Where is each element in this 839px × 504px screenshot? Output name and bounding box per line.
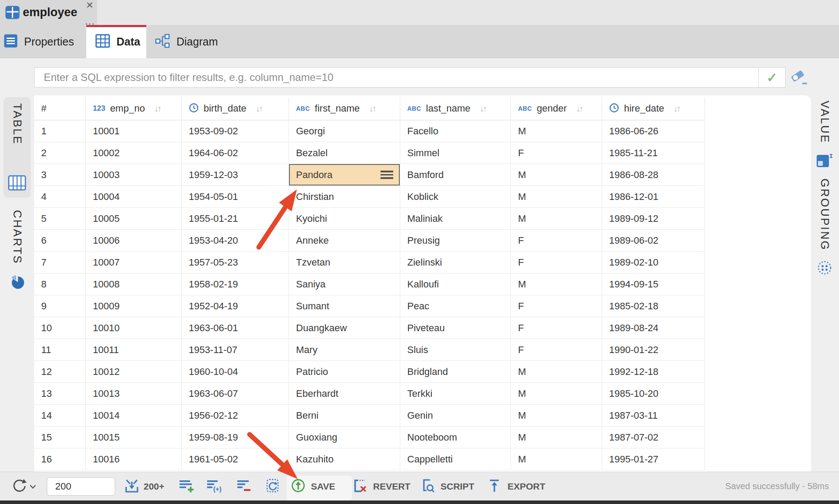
cell-first_name[interactable]: Sumant bbox=[289, 295, 400, 317]
row-number-cell[interactable]: 14 bbox=[34, 405, 86, 427]
row-number-cell[interactable]: 4 bbox=[34, 186, 86, 208]
clear-filter-button[interactable] bbox=[788, 68, 810, 88]
cell-first_name[interactable]: Kyoichi bbox=[289, 208, 400, 230]
cell-gender[interactable]: F bbox=[511, 295, 602, 317]
cell-birth_date[interactable]: 1956-02-12 bbox=[182, 405, 289, 427]
refresh-document-button[interactable] bbox=[263, 472, 284, 500]
apply-filter-button[interactable]: ✓ bbox=[758, 67, 786, 88]
cell-hire_date[interactable]: 1994-09-15 bbox=[602, 273, 705, 295]
column-header-birth_date[interactable]: birth_date↓↑ bbox=[182, 97, 289, 120]
cell-last_name[interactable]: Preusig bbox=[400, 230, 511, 252]
cell-gender[interactable]: F bbox=[511, 252, 602, 273]
cell-birth_date[interactable]: 1958-02-19 bbox=[182, 273, 289, 295]
panel-tab-value[interactable]: VALUE bbox=[813, 101, 836, 170]
presentation-tab-charts[interactable]: CHARTS bbox=[4, 210, 31, 292]
cell-hire_date[interactable]: 1985-10-20 bbox=[602, 383, 705, 405]
cell-birth_date[interactable]: 1953-04-20 bbox=[182, 230, 289, 252]
cell-hire_date[interactable]: 1992-12-18 bbox=[602, 361, 705, 383]
cell-gender[interactable]: M bbox=[511, 361, 602, 383]
row-number-cell[interactable]: 2 bbox=[34, 142, 86, 164]
cell-gender[interactable]: M bbox=[511, 448, 602, 470]
cell-hire_date[interactable]: 1995-01-27 bbox=[602, 448, 705, 470]
cell-last_name[interactable]: Koblick bbox=[400, 186, 511, 208]
cell-first_name[interactable]: Georgi bbox=[289, 120, 400, 142]
cell-gender[interactable]: F bbox=[511, 339, 602, 361]
cell-emp_no[interactable]: 10003 bbox=[86, 164, 182, 186]
column-header-row-number[interactable]: # bbox=[34, 97, 86, 120]
row-number-cell[interactable]: 11 bbox=[34, 339, 86, 361]
row-number-cell[interactable]: 1 bbox=[34, 120, 86, 142]
cell-first_name[interactable]: Berni bbox=[289, 405, 400, 427]
row-number-cell[interactable]: 8 bbox=[34, 273, 86, 295]
cell-emp_no[interactable]: 10016 bbox=[86, 448, 182, 470]
cell-hire_date[interactable]: 1987-07-02 bbox=[602, 427, 705, 448]
cell-first_name[interactable]: Saniya bbox=[289, 273, 400, 295]
cell-hire_date[interactable]: 1989-09-12 bbox=[602, 208, 705, 230]
cell-first_name[interactable]: Bezalel bbox=[289, 142, 400, 164]
cell-birth_date[interactable]: 1964-06-02 bbox=[182, 142, 289, 164]
tab-data[interactable]: Data bbox=[86, 25, 146, 58]
column-header-last_name[interactable]: ABClast_name↓↑ bbox=[400, 97, 511, 120]
row-number-cell[interactable]: 10 bbox=[34, 317, 86, 339]
cell-first_name[interactable]: Patricio bbox=[289, 361, 400, 383]
cell-last_name[interactable]: Genin bbox=[400, 405, 511, 427]
column-header-gender[interactable]: ABCgender↓↑ bbox=[511, 97, 602, 120]
cell-hire_date[interactable]: 1985-02-18 bbox=[602, 295, 705, 317]
column-header-hire_date[interactable]: hire_date↓↑ bbox=[602, 97, 705, 120]
editor-tab-employee[interactable]: employee ✕ … bbox=[0, 0, 97, 25]
cell-first_name[interactable]: Anneke bbox=[289, 230, 400, 252]
cell-emp_no[interactable]: 10005 bbox=[86, 208, 182, 230]
cell-gender[interactable]: M bbox=[511, 164, 602, 186]
cell-gender[interactable]: M bbox=[511, 273, 602, 295]
cell-emp_no[interactable]: 10014 bbox=[86, 405, 182, 427]
cell-gender[interactable]: F bbox=[511, 317, 602, 339]
cell-emp_no[interactable]: 10013 bbox=[86, 383, 182, 405]
column-header-first_name[interactable]: ABCfirst_name↓↑ bbox=[289, 97, 400, 120]
row-number-cell[interactable]: 15 bbox=[34, 427, 86, 448]
cell-emp_no[interactable]: 10004 bbox=[86, 186, 182, 208]
cell-last_name[interactable]: Bamford bbox=[400, 164, 511, 186]
delete-row-button[interactable] bbox=[234, 472, 255, 500]
row-number-cell[interactable]: 6 bbox=[34, 230, 86, 252]
cell-last_name[interactable]: Simmel bbox=[400, 142, 511, 164]
cell-hire_date[interactable]: 1986-06-26 bbox=[602, 120, 705, 142]
cell-editor-menu-icon[interactable] bbox=[381, 171, 393, 179]
cell-birth_date[interactable]: 1959-12-03 bbox=[182, 164, 289, 186]
cell-birth_date[interactable]: 1953-09-02 bbox=[182, 120, 289, 142]
cell-last_name[interactable]: Terkki bbox=[400, 383, 511, 405]
row-number-cell[interactable]: 7 bbox=[34, 252, 86, 273]
column-header-emp_no[interactable]: 123emp_no↓↑ bbox=[86, 97, 182, 120]
cell-emp_no[interactable]: 10006 bbox=[86, 230, 182, 252]
cell-last_name[interactable]: Facello bbox=[400, 120, 511, 142]
cell-last_name[interactable]: Bridgland bbox=[400, 361, 511, 383]
script-button[interactable]: SCRIPT bbox=[420, 472, 474, 500]
cell-emp_no[interactable]: 10001 bbox=[86, 120, 182, 142]
cell-first_name[interactable]: Kazuhito bbox=[289, 448, 400, 470]
cell-gender[interactable]: M bbox=[511, 120, 602, 142]
cell-gender[interactable]: F bbox=[511, 230, 602, 252]
cell-emp_no[interactable]: 10012 bbox=[86, 361, 182, 383]
selected-cell-first_name[interactable]: Pandora bbox=[289, 164, 400, 186]
cell-hire_date[interactable]: 1990-01-22 bbox=[602, 339, 705, 361]
cell-first_name[interactable]: Duangkaew bbox=[289, 317, 400, 339]
cell-last_name[interactable]: Sluis bbox=[400, 339, 511, 361]
cell-birth_date[interactable]: 1957-05-23 bbox=[182, 252, 289, 273]
cell-gender[interactable]: M bbox=[511, 383, 602, 405]
duplicate-row-button[interactable]: (+) bbox=[204, 472, 225, 500]
cell-hire_date[interactable]: 1989-08-24 bbox=[602, 317, 705, 339]
tab-properties[interactable]: Properties bbox=[0, 25, 86, 58]
cell-gender[interactable]: M bbox=[511, 427, 602, 448]
cell-first_name[interactable]: Guoxiang bbox=[289, 427, 400, 448]
cell-first_name[interactable]: Chirstian bbox=[289, 186, 400, 208]
cell-emp_no[interactable]: 10010 bbox=[86, 317, 182, 339]
cell-birth_date[interactable]: 1960-10-04 bbox=[182, 361, 289, 383]
cell-last_name[interactable]: Zielinski bbox=[400, 252, 511, 273]
cell-birth_date[interactable]: 1961-05-02 bbox=[182, 448, 289, 470]
cell-last_name[interactable]: Cappelletti bbox=[400, 448, 511, 470]
revert-button[interactable]: REVERT bbox=[352, 472, 410, 500]
cell-birth_date[interactable]: 1953-11-07 bbox=[182, 339, 289, 361]
cell-gender[interactable]: M bbox=[511, 208, 602, 230]
cell-birth_date[interactable]: 1955-01-21 bbox=[182, 208, 289, 230]
cell-last_name[interactable]: Peac bbox=[400, 295, 511, 317]
tab-diagram[interactable]: Diagram bbox=[146, 25, 239, 58]
